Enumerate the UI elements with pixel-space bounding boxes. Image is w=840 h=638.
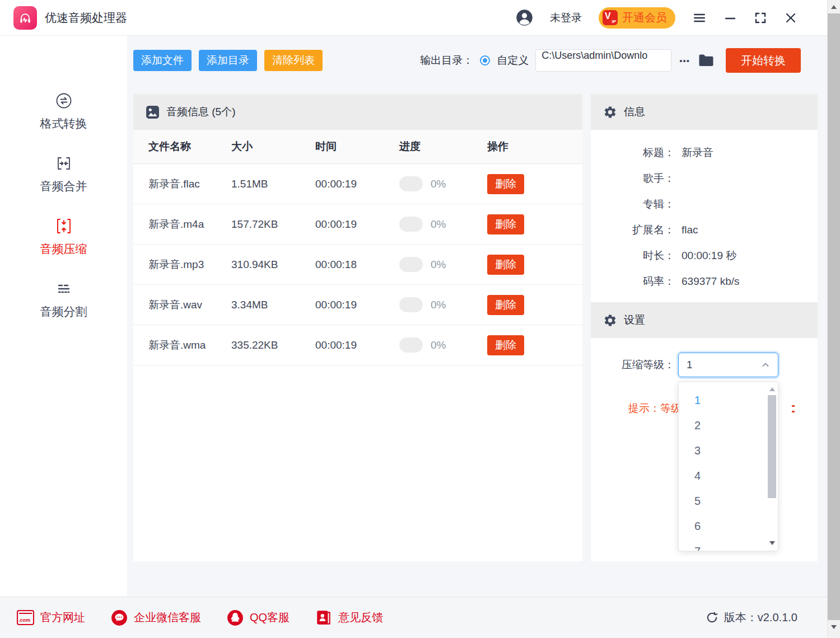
open-vip-button[interactable]: V IP 开通会员: [599, 7, 675, 29]
qq-support-link[interactable]: QQ客服: [227, 609, 290, 626]
file-panel-header: 音频信息 (5个): [133, 94, 582, 130]
window-scrollbar-thumb[interactable]: [828, 13, 840, 620]
delete-button[interactable]: 删除: [487, 295, 524, 315]
col-size: 大小: [231, 139, 315, 154]
avatar[interactable]: [516, 9, 533, 26]
window-scrollbar[interactable]: [827, 0, 840, 638]
field-value: 00:00:19 秒: [682, 248, 736, 263]
sidebar-item-audio-split[interactable]: 音频分割: [40, 280, 87, 320]
file-time: 00:00:19: [315, 218, 399, 231]
col-action: 操作: [487, 139, 582, 154]
file-name: 新录音.wma: [148, 339, 206, 351]
progress-bar: [399, 297, 423, 312]
browse-more-button[interactable]: •••: [678, 56, 691, 65]
progress-text: 0%: [431, 218, 446, 231]
delete-button[interactable]: 删除: [487, 335, 524, 355]
maximize-button[interactable]: [754, 11, 767, 25]
info-panel-title: 信息: [624, 105, 645, 119]
dropdown-option[interactable]: 1: [679, 388, 778, 413]
file-size: 157.72KB: [231, 218, 315, 231]
table-row[interactable]: 新录音.wav 3.34MB 00:00:19 0% 删除: [133, 285, 582, 325]
col-progress: 进度: [399, 139, 487, 154]
progress-text: 0%: [431, 178, 446, 190]
delete-button[interactable]: 删除: [487, 174, 524, 194]
feedback-icon: [315, 609, 332, 626]
file-time: 00:00:19: [315, 339, 399, 351]
field-value: 新录音: [682, 146, 713, 160]
scroll-up-icon[interactable]: [828, 0, 840, 13]
start-convert-button[interactable]: 开始转换: [726, 48, 801, 73]
sidebar-item-label: 音频分割: [40, 304, 87, 320]
menu-button[interactable]: [692, 11, 707, 25]
official-site-link[interactable]: .com 官方网址: [17, 610, 85, 625]
hint-text-clipped-fragment: [792, 405, 795, 407]
compress-level-dropdown: 1 2 3 4 5 6 7: [678, 382, 778, 551]
app-logo: [13, 6, 37, 30]
compress-level-select[interactable]: 1: [678, 353, 778, 377]
scroll-down-icon[interactable]: [828, 620, 840, 634]
table-row[interactable]: 新录音.mp3 310.94KB 00:00:18 0% 删除: [133, 245, 582, 285]
sidebar-item-format-convert[interactable]: 格式转换: [40, 92, 87, 132]
clear-list-button[interactable]: 清除列表: [264, 50, 323, 71]
close-button[interactable]: [784, 11, 797, 25]
app-title: 优速音频处理器: [45, 10, 127, 26]
scroll-down-icon[interactable]: [767, 538, 777, 547]
audio-compress-icon: [55, 217, 73, 235]
headphones-icon: [17, 10, 33, 26]
version-info: 版本：v2.0.1.0: [706, 610, 797, 625]
hint-text: 提示：等级: [628, 401, 682, 416]
field-value: 639377 kb/s: [682, 275, 740, 288]
field-label: 专辑：: [591, 197, 675, 212]
sidebar-item-label: 格式转换: [40, 116, 87, 132]
delete-button[interactable]: 删除: [487, 214, 524, 234]
refresh-icon[interactable]: [706, 611, 718, 624]
settings-panel-header: 设置: [591, 302, 818, 338]
table-row[interactable]: 新录音.wma 335.22KB 00:00:19 0% 删除: [133, 325, 582, 365]
titlebar: 优速音频处理器 未登录 V IP 开通会员: [0, 0, 840, 36]
output-path-input[interactable]: C:\Users\admin\Downlo: [535, 49, 671, 72]
info-fields: 标题：新录音 歌手： 专辑： 扩展名：flac 时长：00:00:19 秒 码率…: [591, 130, 818, 294]
dropdown-option[interactable]: 7: [679, 539, 778, 551]
file-time: 00:00:19: [315, 299, 399, 311]
feedback-label: 意见反馈: [338, 610, 383, 625]
file-size: 310.94KB: [231, 259, 315, 271]
progress-bar: [399, 337, 423, 353]
field-value: flac: [682, 224, 698, 236]
file-time: 00:00:18: [315, 259, 399, 271]
open-folder-button[interactable]: [698, 52, 715, 69]
dropdown-option[interactable]: 5: [679, 489, 778, 514]
wechat-support-link[interactable]: 企业微信客服: [111, 609, 201, 626]
field-label: 歌手：: [591, 171, 675, 186]
field-label: 码率：: [591, 274, 675, 289]
feedback-link[interactable]: 意见反馈: [315, 609, 383, 626]
sidebar-item-audio-merge[interactable]: 音频合并: [40, 154, 87, 194]
dropdown-scrollbar[interactable]: [767, 383, 777, 550]
table-row[interactable]: 新录音.m4a 157.72KB 00:00:19 0% 删除: [133, 204, 582, 245]
table-row[interactable]: 新录音.flac 1.51MB 00:00:19 0% 删除: [133, 164, 582, 204]
output-dir-group: 输出目录： 自定义 C:\Users\admin\Downlo ••• 开始转换: [420, 48, 801, 73]
add-directory-button[interactable]: 添加目录: [199, 50, 257, 71]
dropdown-option[interactable]: 4: [679, 463, 778, 489]
minimize-button[interactable]: [724, 11, 737, 25]
login-status[interactable]: 未登录: [550, 11, 582, 25]
dropdown-option[interactable]: 2: [679, 413, 778, 438]
delete-button[interactable]: 删除: [487, 255, 524, 275]
hamburger-icon: [692, 11, 707, 25]
dropdown-scrollbar-thumb[interactable]: [768, 395, 776, 498]
gear-icon: [603, 105, 617, 119]
wechat-support-label: 企业微信客服: [134, 610, 201, 625]
dropdown-option[interactable]: 3: [679, 438, 778, 463]
progress-text: 0%: [431, 339, 446, 351]
custom-radio[interactable]: [480, 55, 490, 65]
file-name: 新录音.flac: [148, 178, 200, 190]
dropdown-option[interactable]: 6: [679, 514, 778, 539]
add-file-button[interactable]: 添加文件: [133, 50, 192, 71]
sidebar-item-audio-compress[interactable]: 音频压缩: [40, 217, 87, 257]
file-time: 00:00:19: [315, 178, 399, 190]
wechat-icon: [111, 609, 128, 626]
website-icon: .com: [17, 610, 34, 625]
progress-bar: [399, 257, 423, 272]
field-label: 标题：: [591, 146, 675, 160]
file-size: 335.22KB: [231, 339, 315, 351]
scroll-up-icon[interactable]: [767, 384, 777, 393]
